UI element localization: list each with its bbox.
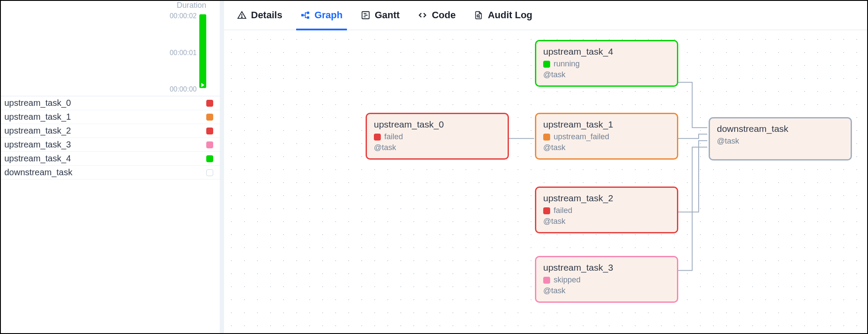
tab-details[interactable]: Details	[235, 1, 284, 29]
status-square-icon	[206, 169, 213, 176]
graph-canvas[interactable]: upstream_task_4 running @task upstream_t…	[222, 30, 867, 333]
task-row-upstream-0[interactable]: upstream_task_0	[1, 96, 222, 110]
duration-bar[interactable]	[199, 14, 206, 88]
tab-label: Gantt	[375, 10, 399, 21]
duration-label: Duration	[177, 1, 206, 10]
svg-rect-4	[307, 16, 310, 19]
status-dot-icon	[374, 134, 381, 141]
tab-label: Audit Log	[488, 10, 532, 21]
tabs: Details Graph Gantt Code Audit Log	[222, 1, 867, 30]
play-icon	[201, 83, 205, 87]
task-row-upstream-4[interactable]: upstream_task_4	[1, 152, 222, 166]
node-title: upstream_task_4	[543, 46, 670, 57]
node-title: upstream_task_0	[374, 119, 501, 130]
node-status: skipped	[543, 275, 670, 285]
node-decorator: @task	[543, 70, 670, 79]
task-name: downstream_task	[4, 167, 73, 177]
sidebar: Duration 00:00:02 00:00:01 00:00:00 upst…	[1, 1, 222, 333]
node-title: downstream_task	[717, 124, 844, 134]
duration-chart: Duration 00:00:02 00:00:01 00:00:00	[1, 1, 222, 96]
task-name: upstream_task_4	[4, 154, 71, 164]
status-dot-icon	[543, 207, 550, 214]
node-decorator: @task	[543, 143, 670, 152]
axis-tick: 00:00:01	[158, 49, 197, 57]
node-title: upstream_task_3	[543, 262, 670, 273]
status-square-icon	[206, 100, 213, 107]
tab-code[interactable]: Code	[416, 1, 457, 29]
node-upstream-task-1[interactable]: upstream_task_1 upstream_failed @task	[535, 113, 678, 160]
node-upstream-task-0[interactable]: upstream_task_0 failed @task	[366, 113, 509, 160]
node-status: failed	[543, 206, 670, 215]
node-status: upstream_failed	[543, 132, 670, 141]
main: Details Graph Gantt Code Audit Log	[222, 1, 867, 333]
node-status: failed	[374, 132, 501, 141]
task-row-upstream-3[interactable]: upstream_task_3	[1, 138, 222, 152]
status-text: running	[554, 59, 580, 69]
task-name: upstream_task_1	[4, 112, 71, 122]
duration-axis: 00:00:02 00:00:01 00:00:00	[165, 14, 209, 92]
task-name: upstream_task_0	[4, 98, 71, 108]
node-upstream-task-2[interactable]: upstream_task_2 failed @task	[535, 187, 678, 233]
status-square-icon	[206, 155, 213, 162]
axis-tick: 00:00:02	[158, 12, 197, 20]
svg-line-10	[479, 17, 480, 18]
status-square-icon	[206, 114, 213, 121]
status-dot-icon	[543, 277, 550, 284]
status-text: failed	[554, 206, 572, 215]
status-square-icon	[206, 128, 213, 134]
node-decorator: @task	[717, 137, 844, 146]
tab-graph[interactable]: Graph	[299, 1, 344, 29]
status-text: failed	[384, 132, 403, 141]
status-text: skipped	[554, 275, 581, 285]
status-square-icon	[206, 141, 213, 148]
task-row-downstream[interactable]: downstream_task	[1, 166, 222, 180]
task-name: upstream_task_3	[4, 140, 71, 150]
node-decorator: @task	[543, 217, 670, 226]
node-downstream-task[interactable]: downstream_task @task	[709, 117, 852, 160]
warning-triangle-icon	[237, 10, 247, 20]
status-dot-icon	[543, 61, 550, 68]
svg-rect-2	[301, 14, 304, 16]
tab-label: Code	[432, 10, 455, 21]
node-upstream-task-3[interactable]: upstream_task_3 skipped @task	[535, 256, 678, 303]
graph-nodes: upstream_task_4 running @task upstream_t…	[222, 30, 867, 333]
tab-gantt[interactable]: Gantt	[359, 1, 401, 29]
axis-tick: 00:00:00	[158, 85, 197, 93]
node-title: upstream_task_2	[543, 193, 670, 203]
node-status: running	[543, 59, 670, 69]
svg-point-1	[241, 17, 242, 18]
tab-label: Details	[251, 10, 282, 21]
tab-audit-log[interactable]: Audit Log	[472, 1, 534, 29]
svg-rect-3	[307, 12, 310, 14]
node-decorator: @task	[543, 286, 670, 295]
status-text: upstream_failed	[554, 132, 609, 141]
task-row-upstream-2[interactable]: upstream_task_2	[1, 124, 222, 138]
node-upstream-task-4[interactable]: upstream_task_4 running @task	[535, 40, 678, 87]
task-list: upstream_task_0 upstream_task_1 upstream…	[1, 96, 222, 333]
status-dot-icon	[543, 134, 550, 141]
document-search-icon	[474, 10, 483, 20]
node-title: upstream_task_1	[543, 119, 670, 130]
task-name: upstream_task_2	[4, 126, 71, 136]
graph-icon	[300, 10, 310, 20]
code-icon	[418, 10, 427, 20]
task-row-upstream-1[interactable]: upstream_task_1	[1, 110, 222, 124]
svg-point-9	[477, 15, 479, 17]
gantt-icon	[361, 10, 370, 20]
tab-label: Graph	[314, 10, 343, 21]
node-decorator: @task	[374, 143, 501, 152]
